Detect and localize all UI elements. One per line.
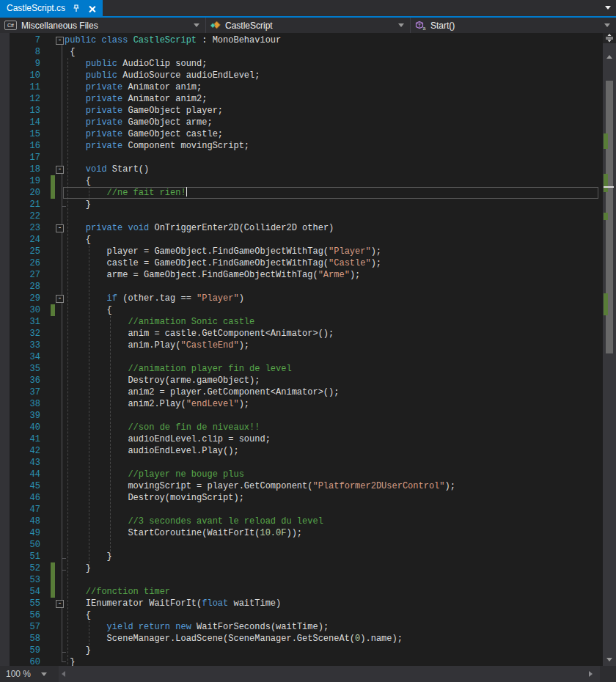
code-line[interactable]: 18- void Start() [0, 164, 603, 175]
line-number: 34 [0, 351, 40, 363]
code-line[interactable]: 49 StartCoroutine(WaitForIt(10.0F)); [0, 527, 603, 539]
code-line[interactable]: 57 yield return new WaitForSeconds(waitT… [0, 621, 603, 633]
code-line[interactable]: 29- if (other.tag == "Player") [0, 293, 603, 304]
scroll-down-arrow[interactable] [606, 658, 612, 661]
line-number: 31 [0, 316, 40, 328]
code-line[interactable]: 32 anim = castle.GetComponent<Animator>(… [0, 328, 603, 340]
code-line[interactable]: 42 audioEndLevel.Play(); [0, 445, 603, 457]
splitter-icon [605, 34, 614, 43]
code-line[interactable]: 31 //animation Sonic castle [0, 316, 603, 328]
pin-tab-icon[interactable] [72, 4, 81, 12]
line-number: 24 [0, 234, 40, 246]
code-text: { [65, 234, 91, 246]
vertical-scrollbar[interactable] [603, 33, 616, 666]
code-line[interactable]: 14 private GameObject arme; [0, 117, 603, 128]
code-line[interactable]: 56 { [0, 609, 603, 621]
class-icon [210, 21, 221, 31]
code-line[interactable]: 37 anim2 = player.GetComponent<Animator>… [0, 386, 603, 398]
code-text: if (other.tag == "Player") [65, 293, 244, 304]
project-dropdown[interactable]: C# Miscellaneous Files [0, 18, 206, 33]
code-text: } [65, 551, 112, 562]
code-line[interactable]: 26 castle = GameObject.FindGameObjectWit… [0, 257, 603, 269]
code-line[interactable]: 23- private void OnTriggerEnter2D(Collid… [0, 222, 603, 234]
code-text: audioEndLevel.Play(); [65, 445, 239, 457]
tab-castlescript[interactable]: CastleScript.cs [0, 0, 103, 16]
scroll-left-arrow[interactable] [62, 671, 65, 677]
code-line[interactable]: 38 anim2.Play("endLevel"); [0, 398, 603, 410]
code-line[interactable]: 17 [0, 152, 603, 164]
code-line[interactable]: 25 player = GameObject.FindGameObjectWit… [0, 246, 603, 257]
code-text: private Animator anim2; [65, 93, 207, 105]
code-line[interactable]: 8 { [0, 46, 603, 58]
code-line[interactable]: 41 audioEndLevel.clip = sound; [0, 433, 603, 445]
line-number: 49 [0, 527, 40, 539]
split-editor-handle[interactable] [603, 33, 616, 43]
code-editor[interactable]: 7-public class CastleScript : MonoBehavi… [0, 33, 603, 666]
code-line[interactable]: 13 private GameObject player; [0, 105, 603, 117]
scrollbar-corner [600, 666, 616, 682]
code-line[interactable]: 22 [0, 210, 603, 222]
code-line[interactable]: 51 } [0, 551, 603, 562]
code-text: movingScript = player.GetComponent("Plat… [65, 480, 455, 492]
code-line[interactable]: 34 [0, 351, 603, 363]
code-line[interactable]: 9 public AudioClip sound; [0, 58, 603, 70]
code-text: public class CastleScript : MonoBehaviou… [65, 34, 281, 46]
code-line[interactable]: 43 [0, 457, 603, 469]
text-caret [186, 187, 187, 197]
code-line[interactable]: 53 [0, 574, 603, 586]
code-line[interactable]: 27 arme = GameObject.FindGameObjectWithT… [0, 269, 603, 281]
code-line[interactable]: 11 private Animator anim; [0, 81, 603, 93]
code-line[interactable]: 39 [0, 410, 603, 422]
code-line[interactable]: 10 public AudioSource audioEndLevel; [0, 70, 603, 81]
code-text: audioEndLevel.clip = sound; [65, 433, 271, 445]
line-number: 18 [0, 164, 40, 175]
code-line[interactable]: 50 [0, 539, 603, 551]
code-text: void Start() [65, 164, 149, 175]
code-line[interactable]: 21 } [0, 199, 603, 210]
code-line[interactable]: 19 { [0, 175, 603, 187]
scroll-right-arrow[interactable] [589, 671, 593, 677]
collapse-toggle-icon[interactable]: - [56, 37, 64, 45]
code-line[interactable]: 48 //3 secondes avant le reload du level [0, 516, 603, 527]
code-line[interactable]: 30 { [0, 304, 603, 316]
code-line[interactable]: 16 private Component movingScript; [0, 140, 603, 152]
horizontal-scrollbar[interactable] [59, 666, 600, 682]
code-line[interactable]: 12 private Animator anim2; [0, 93, 603, 105]
code-line[interactable]: 47 [0, 504, 603, 516]
code-line[interactable]: 60 } [0, 656, 603, 666]
scroll-up-arrow[interactable] [606, 55, 612, 59]
code-line[interactable]: 20 //ne fait rien! [0, 187, 603, 199]
line-number: 27 [0, 269, 40, 281]
chevron-down-icon [398, 23, 404, 27]
code-line[interactable]: 46 Destroy(movingScript); [0, 492, 603, 504]
zoom-select[interactable]: 100 % [0, 666, 59, 682]
code-line[interactable]: 45 movingScript = player.GetComponent("P… [0, 480, 603, 492]
collapse-toggle-icon[interactable]: - [56, 166, 64, 174]
code-line[interactable]: 58 SceneManager.LoadScene(SceneManager.G… [0, 633, 603, 645]
code-text: private GameObject player; [65, 105, 223, 117]
collapse-toggle-icon[interactable]: - [56, 600, 64, 608]
code-line[interactable]: 35 //animation player fin de level [0, 363, 603, 375]
code-line[interactable]: 33 anim.Play("CastleEnd"); [0, 340, 603, 351]
type-dropdown[interactable]: CastleScript [206, 18, 411, 33]
code-line[interactable]: 40 //son de fin de niveaux!! [0, 422, 603, 433]
code-line[interactable]: 52 } [0, 562, 603, 574]
open-documents-dropdown[interactable] [605, 6, 611, 10]
code-line[interactable]: 59 } [0, 645, 603, 656]
code-text: player = GameObject.FindGameObjectWithTa… [65, 246, 381, 257]
line-number: 21 [0, 199, 40, 210]
collapse-toggle-icon[interactable]: - [56, 224, 64, 232]
code-line[interactable]: 55- IEnumerator WaitForIt(float waitTime… [0, 598, 603, 609]
code-line[interactable]: 7-public class CastleScript : MonoBehavi… [0, 34, 603, 46]
code-line[interactable]: 44 //player ne bouge plus [0, 469, 603, 480]
change-tracking-bar [51, 574, 55, 586]
code-line[interactable]: 15 private GameObject castle; [0, 128, 603, 140]
code-line[interactable]: 28 [0, 281, 603, 293]
line-number: 53 [0, 574, 40, 586]
close-tab-icon[interactable] [87, 4, 96, 12]
collapse-toggle-icon[interactable]: - [56, 295, 64, 303]
code-line[interactable]: 36 Destroy(arme.gameObject); [0, 375, 603, 386]
code-line[interactable]: 24 { [0, 234, 603, 246]
code-line[interactable]: 54 //fonction timer [0, 586, 603, 598]
member-dropdown[interactable]: a Start() [411, 18, 616, 33]
